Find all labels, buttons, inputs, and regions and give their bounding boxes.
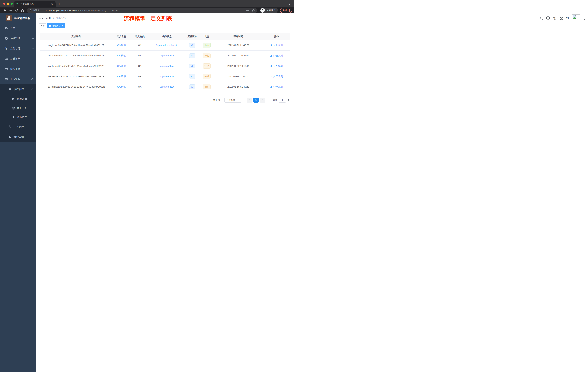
total-count: 共 5 条: [213, 98, 220, 102]
sidebar-item-label: 系统管理: [10, 37, 20, 40]
password-key-icon[interactable]: [246, 9, 249, 12]
favicon-sprout-icon: [16, 3, 19, 6]
page-number-current[interactable]: 1: [253, 98, 259, 103]
tab-search-icon[interactable]: [288, 2, 291, 6]
sidebar-item-home[interactable]: 首页: [0, 23, 36, 33]
page-size-select[interactable]: 10条/页: [224, 98, 241, 103]
minimize-window-button[interactable]: [7, 2, 9, 5]
col-header-version: 流程版本: [185, 33, 200, 40]
goto-page-input[interactable]: [279, 98, 286, 103]
status-badge: 挂起: [203, 74, 210, 79]
sidebar-item-task-mgmt[interactable]: 任务管理: [0, 122, 36, 132]
sidebar-item-label: 流程模型: [17, 116, 27, 119]
forward-icon[interactable]: [9, 9, 12, 12]
sidebar-item-workflow[interactable]: 工作流程: [0, 74, 36, 84]
tag-process-definition[interactable]: 流程定义 ✕: [47, 23, 65, 28]
chevron-down-icon: [32, 37, 34, 39]
home-icon[interactable]: [21, 9, 24, 12]
back-icon[interactable]: [3, 9, 7, 12]
col-header-form: 表单信息: [149, 33, 185, 40]
form-link[interactable]: /bpm/oa/flow: [160, 85, 174, 88]
definition-name-link[interactable]: OA 请假: [117, 54, 126, 57]
tag-home[interactable]: 首页: [39, 23, 46, 28]
col-header-status: 状态: [200, 33, 214, 40]
definition-name-link[interactable]: OA 请假: [117, 85, 126, 88]
sidebar: 芋道管理系统 首页 系统管理 ¥ 支付管理 基础设施: [0, 13, 36, 186]
definition-table: 定义编号 定义名称 定义分类 表单信息 流程版本 状态 部署时间 操作 oa_l…: [40, 33, 290, 92]
main-panel: 流程模型 - 定义列表 首页 / 流程定义 ?: [36, 13, 294, 186]
form-link[interactable]: /bpm/oa/leave/create: [156, 44, 178, 47]
assign-rule-link[interactable]: 分配规则: [270, 65, 283, 68]
cell-deploy-time: 2022-01-22 20:34:10: [214, 50, 263, 61]
tag-close-icon[interactable]: ✕: [62, 25, 63, 27]
definition-name-link[interactable]: OA 请假: [117, 75, 126, 78]
new-tab-button[interactable]: +: [58, 2, 60, 6]
page-unit-label: 页: [287, 98, 290, 102]
col-header-actions: 操作: [263, 33, 290, 40]
sidebar-item-label: 请假查询: [14, 135, 24, 139]
browser-tab[interactable]: 芋道管理系统 ✕: [14, 1, 56, 7]
update-chip[interactable]: 更新: [280, 8, 292, 13]
user-icon: [270, 44, 272, 46]
sidebar-item-devtools[interactable]: 研发工具: [0, 64, 36, 74]
sidebar-item-process-model[interactable]: 流程模型: [0, 113, 36, 122]
user-icon: [270, 55, 272, 57]
user-icon: [270, 65, 272, 67]
next-page-button[interactable]: [260, 98, 265, 103]
url-bar[interactable]: 不安全 dashboard.yudao.iocoder.cn/bpm/manag…: [27, 8, 257, 13]
chevron-down-icon: [32, 47, 34, 49]
definition-name-link[interactable]: OA 请假: [117, 65, 126, 67]
close-window-button[interactable]: [3, 2, 5, 5]
user-icon: [270, 75, 272, 77]
cell-id: oa_leave:5:004b710b-7b8a-11ec-8ef0-acde4…: [40, 40, 113, 50]
assign-rule-link[interactable]: 分配规则: [270, 44, 283, 47]
breadcrumb-home[interactable]: 首页: [46, 17, 51, 20]
tab-close-icon[interactable]: ✕: [50, 3, 54, 6]
chevron-down-icon: [237, 99, 239, 101]
update-label[interactable]: 更新: [282, 9, 287, 12]
browser-toolbar: 不安全 dashboard.yudao.iocoder.cn/bpm/manag…: [0, 7, 294, 13]
tree-icon: [8, 125, 11, 129]
sidebar-item-label: 研发工具: [10, 67, 20, 71]
sidebar-item-user-group[interactable]: 用户分组: [0, 104, 36, 113]
form-link[interactable]: /bpm/oa/flow: [160, 75, 174, 78]
chevron-up-icon: [32, 78, 33, 80]
zoom-window-button[interactable]: [10, 2, 13, 5]
sidebar-item-payment[interactable]: ¥ 支付管理: [0, 44, 36, 54]
browser-tab-strip: 芋道管理系统 ✕ +: [0, 0, 294, 7]
paper-plane-icon: [12, 116, 15, 119]
breadcrumb-separator: /: [53, 17, 54, 20]
annotation-title: 流程模型 - 定义列表: [124, 15, 172, 22]
url-path: /bpm/manager/definition?key=oa_leave: [75, 9, 118, 12]
sidebar-item-label: 流程表单: [17, 97, 27, 101]
robot-icon: [12, 107, 15, 110]
sidebar-item-infra[interactable]: 基础设施: [0, 54, 36, 64]
assign-rule-link[interactable]: 分配规则: [270, 75, 283, 78]
definition-name-link[interactable]: OA 请假: [117, 44, 126, 47]
tag-dot: [49, 25, 51, 27]
sidebar-item-label: 首页: [10, 27, 15, 30]
sidebar-item-process-form[interactable]: 流程表单: [0, 94, 36, 104]
status-badge: 挂起: [203, 84, 210, 89]
form-link[interactable]: /bpm/oa/flow: [160, 54, 174, 57]
bookmark-star-icon[interactable]: [252, 9, 255, 12]
url-text[interactable]: dashboard.yudao.iocoder.cn/bpm/manager/d…: [44, 9, 246, 12]
browser-menu-icon[interactable]: [289, 9, 290, 12]
security-warning-icon[interactable]: [29, 9, 32, 12]
sidebar-item-system[interactable]: 系统管理: [0, 33, 36, 44]
security-label[interactable]: 不安全: [32, 9, 40, 12]
assign-rule-link[interactable]: 分配规则: [270, 85, 283, 88]
cell-deploy-time: 2022-01-16 01:40:51: [214, 82, 263, 92]
sidebar-item-process-mgmt[interactable]: 流程管理: [0, 84, 36, 94]
window-controls[interactable]: [3, 2, 13, 5]
col-header-category: 定义分类: [130, 33, 149, 40]
assign-rule-link[interactable]: 分配规则: [270, 54, 283, 57]
sidebar-item-leave-query[interactable]: 请假查询: [0, 132, 36, 142]
hamburger-icon[interactable]: [39, 17, 43, 20]
reload-icon[interactable]: [15, 9, 18, 12]
dashboard-icon: [5, 27, 8, 30]
sidebar-logo[interactable]: 芋道管理系统: [0, 13, 36, 23]
form-link[interactable]: /bpm/oa/flow: [160, 65, 174, 67]
prev-page-button[interactable]: [247, 98, 252, 103]
cell-category: OA: [130, 82, 149, 92]
